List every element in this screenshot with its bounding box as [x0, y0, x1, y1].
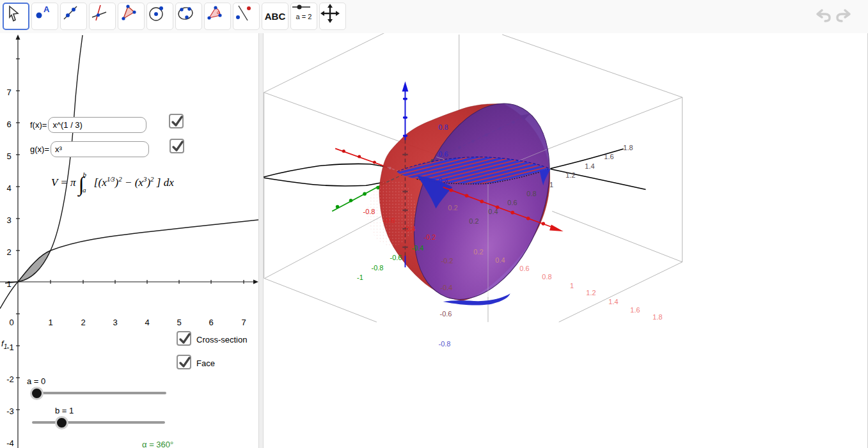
x-axis-hidden-label: 0.2 — [473, 248, 483, 256]
toolbar: A o ABC a = 2 — [0, 0, 868, 34]
x-axis-tick-label: 2 — [81, 318, 85, 327]
x-axis-tick-label: 3 — [113, 318, 117, 327]
g-input-label: g(x)= — [30, 144, 49, 154]
slider-b-track[interactable] — [32, 421, 165, 424]
x-axis-tick-label: 1 — [48, 318, 52, 327]
x-axis-label: 1 — [570, 282, 574, 290]
z-axis-label: 0.6 — [438, 150, 448, 158]
y-axis-label: -0.8 — [372, 264, 384, 272]
y-axis-tick-label: 2 — [6, 247, 11, 257]
y-axis-hidden-label: 1.4 — [585, 162, 594, 170]
reflection-icon — [233, 3, 253, 22]
geogebra-window: A o ABC a = 2 — [0, 0, 868, 448]
reflect-tool-button[interactable] — [233, 3, 260, 30]
y-axis-hidden-label: 0.8 — [526, 190, 536, 197]
slider-tool-label: a = 2 — [296, 13, 312, 20]
y-axis-tick-label: 6 — [6, 120, 11, 129]
z-axis-hidden-label: -0.6 — [440, 310, 452, 318]
cross-section-checkbox[interactable] — [177, 331, 191, 346]
y-axis-label: -1 — [357, 274, 363, 281]
ellipse-icon — [176, 3, 195, 22]
polygon-icon — [118, 3, 138, 22]
svg-text:A: A — [43, 4, 50, 14]
y-axis-label: -0.4 — [412, 244, 424, 252]
slider-a-label: a = 0 — [27, 376, 45, 386]
circle-tool-button[interactable] — [146, 3, 173, 30]
text-tool-label: ABC — [265, 11, 286, 22]
y-axis-tick-label: 4 — [6, 183, 11, 193]
x-axis-label: -0.4 — [404, 225, 416, 233]
graphics-2d-view[interactable]: 012345677654321-1-2-3-4 f1 f(x)= g(x)= V… — [0, 33, 258, 448]
graphics-3d-view[interactable]: 0.80.60.40.2-0.2-0.4-0.6-0.8-0.8-0.6-0.4… — [264, 33, 868, 448]
slider-a-track[interactable] — [32, 392, 166, 394]
f-input-label: f(x)= — [30, 120, 47, 130]
y-axis-hidden-label: 0.6 — [507, 199, 517, 206]
polygon-tool-button[interactable] — [118, 3, 145, 30]
y-axis-tick-label: -3 — [6, 406, 14, 416]
z-axis-label: 0.8 — [438, 123, 448, 131]
face-checkbox[interactable] — [177, 355, 191, 369]
f-input-field[interactable] — [48, 117, 146, 133]
z-axis-label: -0.8 — [439, 340, 451, 348]
y-axis-label: -0.6 — [390, 254, 402, 261]
text-tool-button[interactable]: ABC — [262, 3, 288, 30]
angle-icon: o — [205, 3, 224, 22]
y-axis-tick-label: -1 — [6, 343, 14, 352]
graphics-3d-canvas — [264, 33, 868, 448]
circle-icon — [147, 3, 166, 22]
x-axis-label: -0.2 — [424, 233, 436, 241]
x-axis-tick-label: 7 — [241, 318, 246, 327]
x-axis-label: -0.8 — [363, 208, 375, 215]
redo-icon — [835, 8, 853, 24]
panel-divider[interactable] — [258, 33, 264, 448]
y-axis-tick-label: 3 — [6, 215, 11, 225]
g-visibility-checkbox[interactable] — [170, 139, 184, 153]
y-axis-hidden-label: 1.8 — [623, 144, 633, 151]
x-axis-tick-label: 6 — [209, 318, 213, 327]
point-tool-button[interactable]: A — [31, 3, 58, 30]
move-arrows-icon — [320, 3, 340, 24]
x-axis-tick-label: 4 — [145, 318, 149, 327]
cross-section-label: Cross-section — [196, 335, 247, 344]
f-visibility-checkbox[interactable] — [169, 114, 184, 128]
redo-button[interactable] — [835, 8, 855, 26]
x-axis-label: 1.2 — [586, 289, 596, 297]
slider-tool-button[interactable]: a = 2 — [290, 3, 317, 30]
y-axis-tick-label: -2 — [6, 375, 14, 384]
move-view-tool-button[interactable] — [319, 3, 346, 30]
cursor-icon — [4, 4, 23, 23]
x-axis-label: 1.6 — [630, 306, 640, 314]
y-axis-hidden-label: 0.2 — [469, 217, 478, 225]
perpendicular-line-tool-button[interactable] — [89, 3, 116, 30]
line-tool-button[interactable] — [60, 3, 87, 30]
x-axis-tick-label: 5 — [177, 318, 181, 327]
z-axis-hidden-label: -0.4 — [441, 284, 453, 291]
x-axis-hidden-label: 0.4 — [495, 256, 505, 264]
undo-icon — [814, 8, 832, 24]
slider-icon — [291, 3, 312, 11]
slider-b-label: b = 1 — [55, 406, 74, 415]
y-axis-hidden-label: 1.2 — [565, 171, 575, 179]
z-axis-positive — [402, 81, 409, 140]
x-axis-label: 0.8 — [542, 273, 551, 281]
move-tool-button[interactable] — [3, 3, 29, 30]
g-input-field[interactable] — [51, 141, 149, 157]
y-axis-hidden-label: 1 — [549, 181, 553, 189]
slider-a-knob[interactable] — [30, 387, 43, 400]
point-icon: A — [32, 3, 51, 22]
z-axis-label: 0.4 — [438, 177, 448, 185]
x-axis-label: 0.6 — [519, 265, 529, 272]
x-axis-label: 1.8 — [652, 313, 662, 321]
svg-text:o: o — [217, 10, 220, 15]
y-axis-hidden-label: 1.6 — [604, 153, 613, 160]
perpendicular-line-icon — [90, 3, 109, 22]
f-input-row: f(x)= — [30, 117, 146, 133]
slider-alpha-label: α = 360° — [142, 440, 173, 448]
undo-button[interactable] — [814, 8, 833, 26]
y-axis-tick-label: 7 — [6, 88, 11, 97]
y-axis-tick-label: 5 — [6, 151, 11, 161]
conic-tool-button[interactable] — [175, 3, 202, 30]
slider-b-knob[interactable] — [55, 416, 68, 429]
g-input-row: g(x)= — [30, 141, 149, 157]
angle-tool-button[interactable]: o — [204, 3, 231, 30]
